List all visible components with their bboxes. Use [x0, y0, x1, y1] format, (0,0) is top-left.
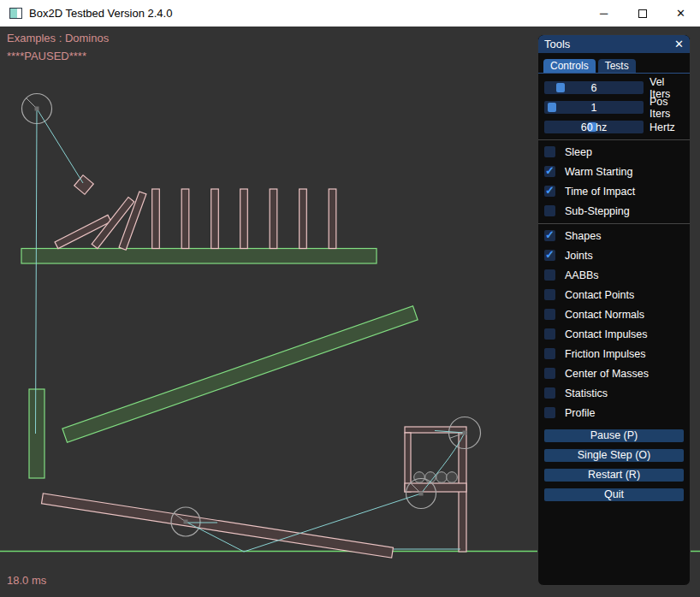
slider-value: 60 hz: [544, 121, 644, 133]
shapes-checkbox[interactable]: [544, 230, 555, 241]
domino-standing-3: [211, 189, 219, 249]
checkbox-label: Sub-Stepping: [565, 205, 630, 217]
checkbox-label: Contact Points: [565, 289, 634, 301]
checkbox-label: Joints: [565, 250, 593, 262]
hertz-slider[interactable]: 60 hz: [544, 121, 644, 133]
joint-anchor: [419, 492, 424, 496]
joint-line-vertical: [36, 109, 38, 434]
tab-controls[interactable]: Controls: [543, 59, 596, 73]
green-vertical-block: [29, 389, 44, 478]
time-of-impact-checkbox[interactable]: [544, 186, 555, 197]
checkbox-label: Time of Impact: [565, 186, 635, 198]
joint-anchor: [184, 520, 188, 524]
joints-checkbox[interactable]: [544, 250, 555, 261]
joint-anchor: [35, 107, 39, 111]
checkbox-label: Center of Masses: [565, 368, 649, 380]
checkbox-row-profile: Profile: [544, 403, 684, 423]
aabbs-checkbox[interactable]: [544, 269, 555, 281]
checkbox-row-contact-impulses: Contact Impulses: [544, 324, 684, 344]
sleep-checkbox[interactable]: [544, 146, 555, 157]
minimize-button[interactable]: ─: [584, 0, 623, 27]
seesaw-plank: [42, 494, 394, 558]
window-controls: ─ ✕: [584, 0, 700, 27]
checkbox-label: Shapes: [565, 230, 601, 242]
slider-value: 1: [544, 101, 644, 114]
contact-points-checkbox[interactable]: [544, 289, 555, 300]
example-label: Examples : Dominos: [7, 32, 109, 44]
warm-starting-checkbox[interactable]: [544, 166, 555, 177]
checkbox-row-friction-impulses: Friction Impulses: [544, 344, 684, 364]
tools-titlebar[interactable]: Tools ✕: [538, 35, 690, 53]
checkbox-row-warm-starting: Warm Starting: [544, 162, 684, 181]
app-icon: [9, 8, 22, 19]
tools-panel: Tools ✕ Controls Tests 6 Vel Iters 1 Pos…: [537, 34, 691, 586]
checkbox-row-time-of-impact: Time of Impact: [544, 181, 684, 201]
pause-button[interactable]: Pause (P): [544, 429, 684, 442]
pendulum-box: [74, 175, 94, 195]
joint-line-pendulum: [37, 109, 83, 183]
tools-tabbar: Controls Tests: [538, 53, 690, 74]
separator: [538, 139, 690, 140]
checkbox-label: Sleep: [565, 146, 592, 158]
tools-title: Tools: [544, 38, 570, 50]
shelf-ball-1: [414, 472, 425, 483]
close-button[interactable]: ✕: [661, 0, 700, 27]
frame-time-label: 18.0 ms: [7, 574, 46, 587]
restart-button[interactable]: Restart (R): [544, 469, 684, 482]
checkbox-row-contact-points: Contact Points: [544, 285, 684, 304]
slider-value: 6: [544, 81, 644, 94]
slider-label: Pos Iters: [650, 96, 684, 120]
close-icon: ✕: [676, 7, 685, 20]
checkbox-label: Contact Normals: [565, 309, 644, 321]
sub-stepping-checkbox[interactable]: [544, 205, 555, 216]
hertz-row: 60 hz Hertz: [544, 117, 684, 137]
domino-standing-6: [300, 189, 307, 249]
paused-label: ****PAUSED****: [7, 50, 86, 62]
domino-standing-4: [240, 189, 248, 249]
friction-impulses-checkbox[interactable]: [544, 348, 555, 359]
domino-standing-2: [181, 189, 189, 249]
green-ramp-plank: [62, 306, 418, 442]
tools-body: 6 Vel Iters 1 Pos Iters 60 hz Hertz Slee…: [538, 74, 690, 501]
domino-standing-5: [270, 189, 277, 249]
checkbox-row-contact-normals: Contact Normals: [544, 304, 684, 324]
window-title: Box2D Testbed Version 2.4.0: [29, 7, 172, 20]
checkbox-label: Profile: [565, 407, 595, 419]
checkbox-label: Statistics: [565, 387, 608, 399]
single-step-button[interactable]: Single Step (O): [544, 449, 684, 462]
separator: [538, 223, 690, 224]
domino-platform: [21, 249, 377, 264]
domino-standing-7: [329, 189, 336, 249]
maximize-icon: [638, 9, 647, 18]
checkbox-row-center-of-masses: Center of Masses: [544, 364, 684, 383]
checkbox-row-sub-stepping: Sub-Stepping: [544, 201, 684, 221]
contact-normals-checkbox[interactable]: [544, 309, 555, 320]
checkbox-label: AABBs: [565, 269, 599, 281]
maximize-button[interactable]: [623, 0, 661, 27]
center-of-masses-checkbox[interactable]: [544, 368, 555, 379]
contact-impulses-checkbox[interactable]: [544, 328, 555, 340]
shelf-ball-3: [436, 472, 448, 483]
joint-anchor: [463, 431, 467, 435]
vel-iters-slider[interactable]: 6: [544, 81, 644, 94]
minimize-icon: ─: [600, 7, 608, 20]
window-titlebar: Box2D Testbed Version 2.4.0 ─ ✕: [0, 0, 700, 27]
checkbox-row-sleep: Sleep: [544, 142, 684, 162]
checkbox-row-joints: Joints: [544, 245, 684, 265]
pos-iters-row: 1 Pos Iters: [544, 98, 684, 117]
checkbox-row-aabbs: AABBs: [544, 265, 684, 285]
shelf-ball-4: [447, 472, 458, 483]
checkbox-row-statistics: Statistics: [544, 383, 684, 403]
slider-label: Hertz: [650, 121, 675, 133]
domino-standing-1: [152, 189, 160, 249]
checkbox-row-shapes: Shapes: [544, 226, 684, 245]
tab-tests[interactable]: Tests: [598, 59, 636, 73]
profile-checkbox[interactable]: [544, 407, 555, 418]
checkbox-label: Contact Impulses: [565, 328, 648, 340]
statistics-checkbox[interactable]: [544, 387, 555, 399]
checkbox-label: Friction Impulses: [565, 348, 645, 360]
quit-button[interactable]: Quit: [544, 488, 684, 501]
checkbox-label: Warm Starting: [565, 166, 632, 178]
pos-iters-slider[interactable]: 1: [544, 101, 644, 114]
tools-close-icon[interactable]: ✕: [674, 38, 684, 50]
